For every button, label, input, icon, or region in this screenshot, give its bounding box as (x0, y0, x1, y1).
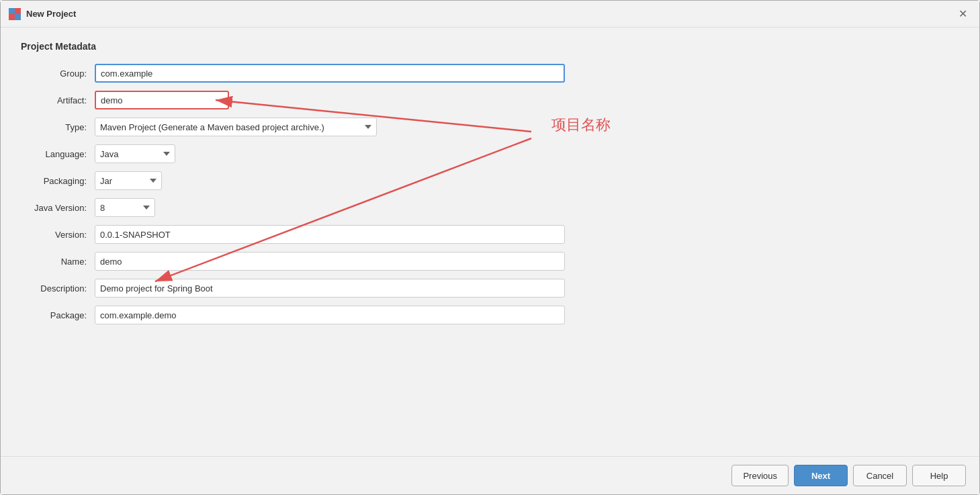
artifact-input[interactable] (95, 91, 229, 109)
description-input[interactable] (95, 279, 565, 298)
type-select[interactable]: Maven Project (Generate a Maven based pr… (95, 118, 377, 136)
package-label: Package: (21, 310, 95, 320)
package-input[interactable] (95, 306, 565, 324)
svg-rect-1 (15, 8, 21, 14)
section-title: Project Metadata (21, 41, 959, 52)
type-row: Type: Maven Project (Generate a Maven ba… (21, 118, 959, 136)
language-select[interactable]: Java Kotlin Groovy (95, 144, 175, 163)
java-version-row: Java Version: 8 11 17 21 (21, 198, 959, 217)
type-label: Type: (21, 122, 95, 132)
title-bar-left: New Project (9, 8, 76, 20)
svg-rect-0 (9, 8, 15, 14)
artifact-label: Artifact: (21, 95, 95, 105)
svg-rect-2 (9, 14, 15, 20)
artifact-row: Artifact: (21, 91, 959, 109)
title-bar: New Project ✕ (1, 1, 979, 28)
java-version-select[interactable]: 8 11 17 21 (95, 198, 155, 217)
name-row: Name: (21, 252, 959, 271)
next-button[interactable]: Next (794, 465, 848, 486)
language-row: Language: Java Kotlin Groovy (21, 144, 959, 163)
version-row: Version: (21, 225, 959, 244)
app-icon (9, 8, 21, 20)
language-label: Language: (21, 149, 95, 159)
packaging-label: Packaging: (21, 176, 95, 186)
new-project-dialog: New Project ✕ Project Metadata Group: Ar… (0, 0, 980, 495)
version-label: Version: (21, 230, 95, 240)
description-label: Description: (21, 283, 95, 294)
cancel-button[interactable]: Cancel (853, 465, 907, 486)
group-row: Group: (21, 64, 959, 83)
group-input[interactable] (95, 64, 565, 83)
svg-rect-3 (15, 14, 21, 20)
packaging-row: Packaging: Jar War (21, 171, 959, 190)
version-input[interactable] (95, 225, 565, 244)
packaging-select[interactable]: Jar War (95, 171, 162, 190)
help-button[interactable]: Help (912, 465, 966, 486)
group-label: Group: (21, 69, 95, 79)
name-label: Name: (21, 257, 95, 267)
name-input[interactable] (95, 252, 565, 271)
java-version-label: Java Version: (21, 203, 95, 213)
dialog-content: Project Metadata Group: Artifact: Type: … (1, 28, 979, 456)
dialog-title: New Project (26, 9, 76, 19)
dialog-footer: Previous Next Cancel Help (1, 456, 979, 494)
description-row: Description: (21, 279, 959, 298)
close-button[interactable]: ✕ (954, 6, 971, 21)
package-row: Package: (21, 306, 959, 324)
previous-button[interactable]: Previous (731, 465, 789, 486)
